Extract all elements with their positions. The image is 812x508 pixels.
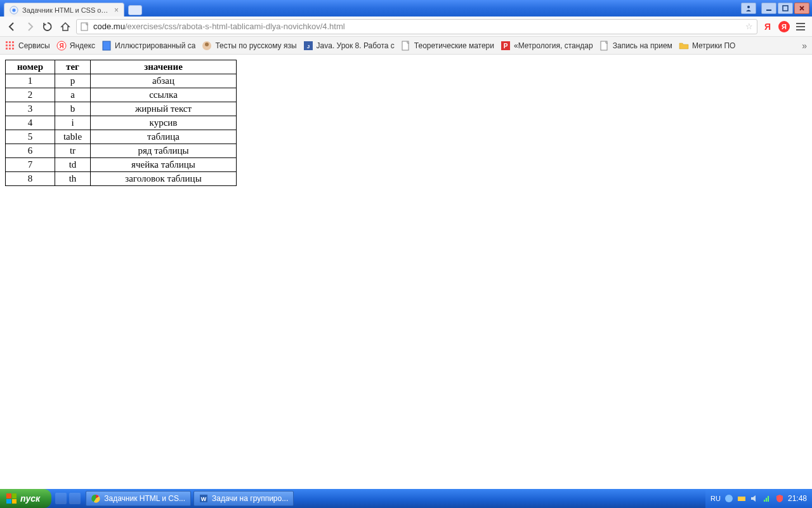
- svg-rect-8: [12, 41, 14, 43]
- svg-rect-34: [768, 496, 769, 502]
- table-cell: 2: [6, 88, 55, 102]
- window-controls: [741, 2, 809, 15]
- tray-shield-icon[interactable]: [775, 494, 784, 503]
- bookmark-star-icon[interactable]: ☆: [745, 22, 753, 31]
- th-tag: тег: [55, 60, 91, 74]
- window-minimize-button[interactable]: [761, 3, 776, 14]
- svg-point-1: [12, 8, 15, 11]
- extension-yandex-letter[interactable]: Я: [761, 20, 774, 33]
- svg-text:Я: Я: [59, 43, 63, 50]
- nav-forward-button[interactable]: [23, 20, 37, 34]
- table-row: 5tableтаблица: [6, 130, 237, 144]
- tray-network-icon[interactable]: [763, 494, 771, 503]
- bookmark-item[interactable]: Тесты по русскому язы: [202, 41, 296, 51]
- svg-rect-9: [6, 44, 8, 46]
- page-icon: [81, 22, 89, 31]
- bookmark-item[interactable]: Теоретические матери: [401, 41, 494, 51]
- bookmark-label: Иллюстрированный са: [115, 41, 195, 50]
- taskbar-task[interactable]: Задачник HTML и CS...: [86, 491, 191, 506]
- th-number: номер: [6, 60, 55, 74]
- task-icon: W: [199, 494, 208, 503]
- bookmark-label: Сервисы: [18, 41, 50, 50]
- bookmark-label: Тесты по русскому язы: [215, 41, 296, 50]
- tabstrip: Задачник HTML и CSS от Тр ×: [4, 0, 142, 17]
- bookmark-item[interactable]: Иллюстрированный са: [102, 41, 195, 51]
- svg-rect-4: [783, 6, 788, 11]
- quick-launch-item[interactable]: [55, 493, 67, 504]
- new-tab-button[interactable]: [128, 5, 142, 15]
- tray-icon[interactable]: [724, 494, 733, 503]
- table-cell: i: [55, 116, 91, 130]
- address-bar[interactable]: code.mu/exercises/css/rabota-s-html-tabl…: [76, 19, 757, 34]
- table-cell: 8: [6, 172, 55, 186]
- bookmarks-bar: СервисыЯЯндексИллюстрированный саТесты п…: [0, 37, 812, 55]
- task-label: Задачник HTML и CS...: [104, 494, 185, 503]
- bookmark-icon: [202, 41, 212, 51]
- bookmark-item[interactable]: JJava. Урок 8. Работа с: [303, 41, 395, 51]
- browser-tab-active[interactable]: Задачник HTML и CSS от Тр ×: [4, 3, 124, 17]
- bookmark-icon: [599, 41, 610, 51]
- table-cell: курсив: [91, 116, 237, 130]
- svg-rect-12: [6, 48, 8, 50]
- start-label: пуск: [20, 493, 40, 504]
- table-cell: td: [55, 158, 91, 172]
- bookmark-icon: [5, 41, 15, 51]
- table-row: 1pабзац: [6, 74, 237, 88]
- table-row: 2aссылка: [6, 88, 237, 102]
- tray-volume-icon[interactable]: [750, 494, 759, 503]
- bookmark-label: Яндекс: [70, 41, 95, 50]
- bookmark-item[interactable]: P«Метрология, стандар: [501, 41, 593, 51]
- table-row: 8thзаголовок таблицы: [6, 172, 237, 186]
- url-text: code.mu/exercises/css/rabota-s-html-tabl…: [93, 22, 742, 31]
- bookmark-item[interactable]: Метрики ПО: [679, 41, 736, 51]
- task-icon: [91, 494, 100, 503]
- table-cell: 7: [6, 158, 55, 172]
- quick-launch-item[interactable]: [69, 493, 81, 504]
- start-button[interactable]: пуск: [0, 489, 51, 508]
- extension-yandex-badge[interactable]: Я: [778, 20, 790, 33]
- window-close-button[interactable]: [794, 3, 809, 14]
- svg-rect-32: [764, 500, 765, 502]
- th-meaning: значение: [91, 60, 237, 74]
- table-cell: p: [55, 74, 91, 88]
- language-indicator[interactable]: RU: [710, 495, 721, 502]
- table-cell: 1: [6, 74, 55, 88]
- bookmarks-overflow-button[interactable]: »: [802, 41, 807, 51]
- table-body: 1pабзац2aссылка3bжирный текст4iкурсив5ta…: [6, 74, 237, 186]
- quick-launch: [55, 493, 81, 504]
- page-content: номер тег значение 1pабзац2aссылка3bжирн…: [0, 55, 812, 489]
- svg-rect-7: [9, 41, 11, 43]
- bookmark-icon: P: [501, 41, 511, 51]
- table-cell: таблица: [91, 130, 237, 144]
- table-row: 7tdячейка таблицы: [6, 158, 237, 172]
- nav-back-button[interactable]: [5, 20, 19, 34]
- table-cell: заголовок таблицы: [91, 172, 237, 186]
- bookmark-item[interactable]: ЯЯндекс: [56, 41, 95, 51]
- tab-favicon: [10, 6, 18, 15]
- svg-text:P: P: [504, 43, 508, 50]
- window-titlebar: Задачник HTML и CSS от Тр ×: [0, 0, 812, 17]
- bookmark-item[interactable]: Сервисы: [5, 41, 50, 51]
- table-cell: абзац: [91, 74, 237, 88]
- taskbar-task[interactable]: WЗадачи на группиро...: [193, 491, 294, 506]
- tags-table: номер тег значение 1pабзац2aссылка3bжирн…: [5, 60, 237, 186]
- bookmark-icon: [102, 41, 112, 51]
- bookmark-icon: [401, 41, 411, 51]
- window-user-icon[interactable]: [741, 3, 756, 14]
- tray-icon[interactable]: [737, 494, 746, 503]
- nav-home-button[interactable]: [58, 20, 72, 34]
- task-label: Задачи на группиро...: [212, 494, 288, 503]
- bookmark-label: «Метрология, стандар: [514, 41, 593, 50]
- svg-rect-31: [738, 497, 745, 501]
- nav-reload-button[interactable]: [41, 20, 55, 34]
- svg-rect-11: [12, 44, 14, 46]
- taskbar-clock[interactable]: 21:48: [788, 494, 807, 503]
- browser-menu-button[interactable]: [794, 20, 807, 33]
- window-maximize-button[interactable]: [778, 3, 793, 14]
- bookmark-label: Запись на прием: [613, 41, 672, 50]
- svg-point-30: [725, 495, 733, 502]
- tab-close-icon[interactable]: ×: [114, 6, 119, 15]
- bookmark-icon: Я: [56, 41, 67, 51]
- svg-rect-10: [9, 44, 11, 46]
- bookmark-item[interactable]: Запись на прием: [599, 41, 672, 51]
